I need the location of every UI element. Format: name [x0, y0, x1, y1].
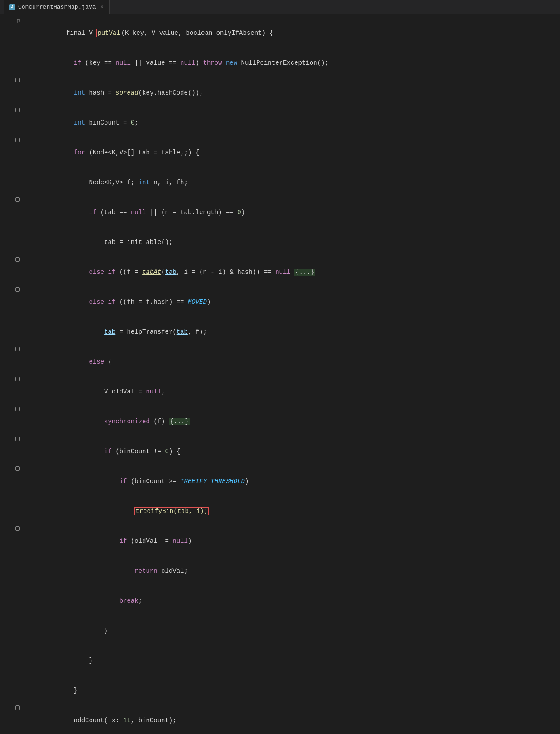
code-text: } [58, 627, 108, 634]
gutter [0, 466, 24, 471]
fold-marker[interactable] [15, 705, 20, 710]
code-text [58, 448, 104, 455]
code-text [58, 119, 74, 126]
code-text: ; [161, 388, 165, 395]
kw: null [131, 209, 146, 216]
kw: if [104, 448, 112, 455]
code-line: } [0, 616, 560, 646]
fold-marker[interactable] [15, 78, 20, 82]
kw: null [115, 59, 131, 67]
line-content: } [24, 616, 560, 646]
fold-marker[interactable] [15, 526, 20, 531]
code-line: if (key == null || value == null) throw … [0, 48, 560, 78]
kw: throw [203, 59, 222, 67]
code-line: Node<K,V> f; int n, i, fh; [0, 168, 560, 197]
code-text: } [58, 657, 93, 664]
line-content: synchronized (f) {...} [24, 407, 560, 437]
kw: else [89, 358, 104, 365]
fold-marker[interactable] [15, 287, 20, 292]
code-text [58, 478, 119, 485]
line-content: return oldVal; [24, 556, 560, 586]
code-line: V oldVal = null; [0, 377, 560, 407]
fold-marker[interactable] [15, 108, 20, 112]
kw: null [180, 59, 196, 67]
code-line: if (binCount != 0) { [0, 437, 560, 466]
kw: if [89, 209, 96, 216]
num: 0 [237, 209, 241, 216]
fold-marker[interactable] [15, 466, 20, 471]
code-line: } [0, 646, 560, 676]
fold-marker[interactable] [15, 347, 20, 351]
code-text [58, 567, 134, 575]
code-text: (oldVal != [127, 537, 172, 545]
fold-marker[interactable] [15, 197, 20, 202]
code-line: synchronized (f) {...} [0, 407, 560, 437]
code-text [58, 597, 119, 604]
line-content: if (binCount != 0) { [24, 437, 560, 466]
gutter [0, 407, 24, 411]
fold-marker[interactable] [15, 407, 20, 411]
code-text: ; [139, 597, 142, 604]
folded-block: {...} [169, 418, 190, 425]
line-content: } [24, 676, 560, 705]
code-text: || (n = tab.length) == [146, 209, 237, 216]
code-text: (tab == [96, 209, 131, 216]
treeifybin-ref: treeifyBin(tab, i); [134, 507, 209, 515]
gutter [0, 197, 24, 202]
code-text [58, 358, 89, 365]
code-text: (binCount >= [127, 478, 180, 485]
line-content: int hash = spread(key.hashCode()); [24, 78, 560, 108]
at-marker: @ [17, 18, 20, 23]
code-text: ) [188, 537, 191, 545]
close-icon-1[interactable]: × [101, 4, 104, 10]
line-content: if (key == null || value == null) throw … [24, 48, 560, 78]
code-text: = helpTransfer( [115, 328, 176, 336]
line-content: final V putVal(K key, V value, boolean o… [24, 18, 560, 48]
kw: return [134, 567, 157, 575]
code-text: , binCount); [131, 717, 177, 724]
code-text: (f) [150, 418, 169, 425]
code-line: if (binCount >= TREEIFY_THRESHOLD) [0, 466, 560, 496]
line-content: for (Node<K,V>[] tab = table;;) { [24, 138, 560, 168]
panel-1: J ConcurrentHashMap.java × @ final V put… [0, 0, 560, 734]
code-text: tab = initTable(); [58, 239, 172, 246]
code-text [58, 269, 89, 276]
code-text [58, 209, 89, 216]
fold-marker[interactable] [15, 257, 20, 262]
code-line: int hash = spread(key.hashCode()); [0, 78, 560, 108]
kw: int [74, 89, 85, 96]
gutter [0, 705, 24, 710]
kw: int [74, 119, 85, 126]
fold-marker[interactable] [15, 437, 20, 441]
code-area-1: @ final V putVal(K key, V value, boolean… [0, 14, 560, 734]
code-line: break; [0, 586, 560, 616]
kw: else if [89, 298, 115, 306]
code-text: (binCount != [112, 448, 165, 455]
kw: if [120, 537, 127, 545]
putval-ref: putVal [96, 29, 121, 37]
line-content: Node<K,V> f; int n, i, fh; [24, 168, 560, 197]
tab-concurrent-hashmap-1[interactable]: J ConcurrentHashMap.java × [4, 0, 110, 14]
kw: else if [89, 269, 115, 276]
kw: null [275, 269, 291, 276]
code-text: hash = [85, 89, 115, 96]
fn: spread [115, 89, 138, 96]
line-content: else if ((f = tabAt(tab, i = (n - 1) & h… [24, 257, 560, 287]
fold-marker[interactable] [15, 377, 20, 381]
code-text: ) [207, 298, 211, 306]
line-content: if (tab == null || (n = tab.length) == 0… [24, 197, 560, 227]
line-content: if (oldVal != null) [24, 526, 560, 556]
kw: synchronized [104, 418, 150, 425]
line-content: tab = helpTransfer(tab, f); [24, 317, 560, 347]
code-text [291, 269, 294, 276]
kw: if [74, 59, 81, 67]
gutter [0, 287, 24, 292]
fn: tabAt [142, 269, 161, 276]
fold-marker[interactable] [15, 138, 20, 142]
code-line: else if ((fh = f.hash) == MOVED) [0, 287, 560, 317]
line-content: break; [24, 586, 560, 616]
num: 1L [123, 717, 131, 724]
param: tab [104, 328, 115, 336]
param: tab [177, 328, 188, 336]
code-text: (key == [81, 59, 116, 67]
